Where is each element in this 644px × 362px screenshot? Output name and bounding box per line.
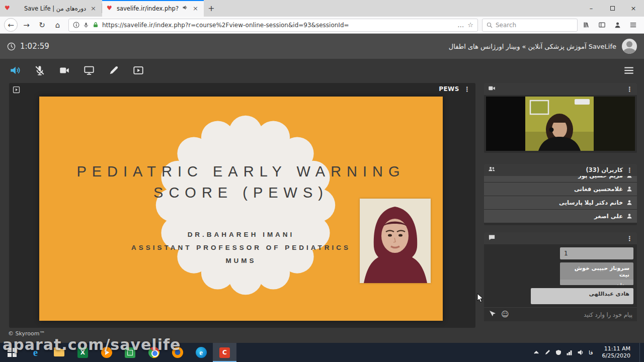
savelife-favicon: ♥ (107, 5, 113, 12)
presenter-photo (360, 199, 431, 283)
clock-icon (7, 42, 16, 51)
shield-status-icon[interactable] (555, 348, 561, 357)
volume-icon[interactable] (578, 348, 584, 357)
speaker-icon[interactable] (10, 65, 21, 76)
page-info-icon[interactable] (73, 22, 79, 28)
chat-input-row: ☺ (484, 307, 637, 321)
show-desktop-button[interactable] (639, 343, 642, 362)
user-row[interactable]: علی اصغر (484, 210, 637, 223)
edge-browser-icon[interactable]: e (189, 343, 213, 362)
video-panel-header: ⋮ (484, 83, 637, 95)
new-tab-button[interactable]: + (204, 0, 219, 17)
mic-muted-icon[interactable] (34, 65, 45, 76)
pen-status-icon[interactable] (544, 348, 550, 357)
user-name: مریم حسین پور (578, 176, 623, 179)
users-panel-title: کاربران (33) (586, 166, 623, 173)
sidebar-toggle-icon[interactable] (595, 18, 609, 32)
user-avatar[interactable] (622, 39, 637, 54)
presentation-header: PEWS ⋮ (439, 85, 470, 93)
maximize-button[interactable] (602, 0, 623, 17)
network-icon[interactable] (567, 348, 573, 357)
tab-my-courses[interactable]: ♥ دوره‌های من | Save Life × (0, 0, 102, 17)
tab-online-session[interactable]: ♥ savelife.ir/index.php?r=cou × (102, 0, 204, 17)
red-c-app-icon[interactable]: C (213, 343, 236, 362)
person-icon (626, 212, 632, 221)
search-input[interactable] (496, 22, 566, 29)
screen: ♥ دوره‌های من | Save Life × ♥ savelife.i… (0, 0, 644, 362)
home-button[interactable]: ⌂ (51, 18, 64, 32)
reload-button[interactable]: ↻ (35, 18, 49, 32)
chat-message: 1 (560, 247, 633, 259)
users-panel: کاربران (33) ⋮ مریم حسین پور غلامحسین فغ… (484, 164, 637, 225)
camera-icon[interactable] (59, 65, 70, 76)
chat-message-text: 1 (564, 250, 568, 257)
library-icon[interactable] (580, 18, 593, 32)
account-icon[interactable] (611, 18, 624, 32)
lock-icon (93, 22, 99, 28)
webcam-video[interactable] (486, 97, 635, 151)
chat-panel-kebab-icon[interactable]: ⋮ (626, 235, 633, 242)
forward-button[interactable]: → (20, 18, 33, 32)
media-player-icon[interactable] (133, 65, 144, 76)
person-icon (626, 176, 632, 180)
tab-close-icon[interactable]: × (192, 5, 199, 12)
chat-sender-name: هادی عبداللهی (531, 288, 633, 304)
user-row[interactable]: غلامحسین فغانی (484, 183, 637, 196)
browser-menu-icon[interactable] (626, 18, 640, 32)
slide: PEDIATRIC EARLY WARNING SCORE (PEWS) DR.… (39, 97, 443, 321)
chat-message-text: صدا نیست (560, 280, 633, 285)
chat-icon (488, 234, 496, 243)
emoji-icon[interactable]: ☺ (501, 311, 509, 318)
webinar-menu-icon[interactable] (623, 65, 634, 76)
send-icon[interactable] (489, 310, 497, 320)
tab-audio-icon[interactable] (182, 5, 188, 12)
back-button[interactable]: ← (4, 18, 18, 32)
video-panel: ⋮ (484, 83, 637, 153)
presentation-title: PEWS (439, 85, 459, 93)
person-icon (626, 185, 632, 194)
video-panel-kebab-icon[interactable]: ⋮ (626, 86, 633, 93)
browser-tab-bar: ♥ دوره‌های من | Save Life × ♥ savelife.i… (0, 0, 644, 17)
session-timer-value: 1:02:59 (20, 42, 49, 51)
taskbar-date: 6/25/2020 (602, 352, 630, 359)
user-row[interactable]: خانم دکتر لیلا پارسایی (484, 196, 637, 209)
tab-title: دوره‌های من | Save Life (15, 5, 86, 12)
red-c-letter: C (219, 347, 230, 358)
window-controls: – × (581, 0, 644, 17)
user-list[interactable]: مریم حسین پور غلامحسین فغانی خانم دکتر ل… (484, 176, 637, 225)
url-text: https://savelife.ir/index.php?r=course%2… (102, 22, 454, 29)
chat-message: سروناز حبیبی خوش نیت صدا نیست (560, 262, 633, 285)
aparat-watermark: aparat.com/savelife (3, 336, 181, 353)
search-bar[interactable] (482, 19, 578, 32)
user-name: غلامحسین فغانی (574, 186, 623, 193)
language-indicator[interactable]: فا (589, 349, 593, 356)
close-window-button[interactable]: × (623, 0, 644, 17)
user-row[interactable]: مریم حسین پور (484, 176, 637, 182)
tray-expand-icon[interactable] (533, 348, 539, 357)
search-icon (487, 22, 493, 28)
taskbar-clock[interactable]: 11:11 AM 6/25/2020 (598, 345, 634, 360)
chat-messages[interactable]: 1 سروناز حبیبی خوش نیت صدا نیست هادی عبد… (484, 244, 637, 307)
scalloped-circle-shape (152, 112, 339, 299)
whiteboard-pencil-icon[interactable] (108, 65, 119, 76)
screen-share-icon[interactable] (84, 65, 95, 76)
chat-input[interactable] (514, 311, 632, 318)
presentation-mode-icon[interactable] (13, 86, 20, 94)
users-panel-kebab-icon[interactable]: ⋮ (626, 167, 633, 173)
slide-title: PEDIATRIC EARLY WARNING SCORE (PEWS) (39, 161, 443, 203)
webinar-header: 1:02:59 SaveLife آموزش پزشکی آنلاین » وب… (0, 34, 644, 59)
taskbar-time: 11:11 AM (602, 345, 630, 352)
mic-permission-icon[interactable] (83, 22, 89, 28)
url-bar[interactable]: https://savelife.ir/index.php?r=course%2… (68, 19, 478, 32)
bookmark-star-icon[interactable]: ☆ (467, 21, 473, 29)
users-panel-header: کاربران (33) ⋮ (484, 164, 637, 176)
maximize-icon (610, 6, 615, 11)
video-panel-icon (488, 84, 496, 94)
user-name: خانم دکتر لیلا پارسایی (559, 199, 623, 206)
chat-sender-name: سروناز حبیبی خوش نیت (560, 262, 633, 280)
page-actions-icon[interactable]: … (457, 21, 464, 29)
tab-close-icon[interactable]: × (90, 5, 97, 12)
minimize-button[interactable]: – (581, 0, 602, 17)
webinar-toolbar (0, 61, 644, 79)
presentation-kebab-icon[interactable]: ⋮ (464, 86, 470, 93)
